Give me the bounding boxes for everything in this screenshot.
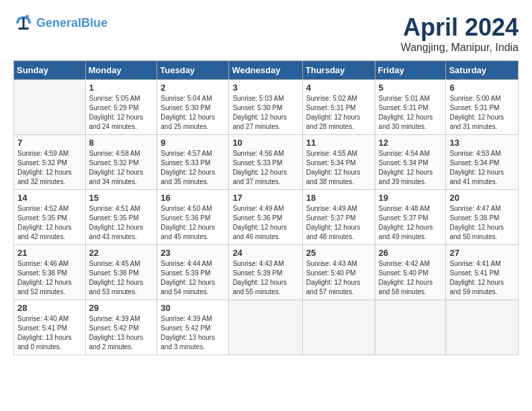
logo-line1: General — [36, 16, 81, 30]
weekday-header-tuesday: Tuesday — [157, 61, 229, 80]
day-number: 11 — [306, 138, 371, 148]
day-number: 8 — [89, 138, 154, 148]
calendar-table: SundayMondayTuesdayWednesdayThursdayFrid… — [13, 60, 519, 355]
calendar-cell — [375, 300, 446, 355]
calendar-cell: 14Sunrise: 4:52 AMSunset: 5:35 PMDayligh… — [14, 190, 86, 245]
calendar-cell: 16Sunrise: 4:50 AMSunset: 5:36 PMDayligh… — [157, 190, 229, 245]
day-info: Sunrise: 4:54 AMSunset: 5:34 PMDaylight:… — [379, 149, 443, 187]
weekday-header-row: SundayMondayTuesdayWednesdayThursdayFrid… — [14, 61, 519, 80]
day-info: Sunrise: 4:47 AMSunset: 5:38 PMDaylight:… — [449, 204, 515, 242]
calendar-cell — [14, 80, 86, 135]
day-number: 28 — [17, 303, 82, 313]
day-info: Sunrise: 4:57 AMSunset: 5:33 PMDaylight:… — [161, 149, 225, 187]
day-info: Sunrise: 4:49 AMSunset: 5:36 PMDaylight:… — [232, 204, 298, 242]
calendar-cell: 24Sunrise: 4:43 AMSunset: 5:39 PMDayligh… — [229, 245, 302, 300]
day-info: Sunrise: 4:44 AMSunset: 5:39 PMDaylight:… — [161, 259, 225, 297]
day-number: 29 — [89, 303, 154, 313]
day-info: Sunrise: 4:56 AMSunset: 5:33 PMDaylight:… — [232, 149, 298, 187]
calendar-cell: 11Sunrise: 4:55 AMSunset: 5:34 PMDayligh… — [302, 135, 375, 190]
weekday-header-friday: Friday — [375, 61, 446, 80]
day-info: Sunrise: 5:01 AMSunset: 5:31 PMDaylight:… — [379, 94, 443, 132]
day-info: Sunrise: 4:52 AMSunset: 5:35 PMDaylight:… — [17, 204, 82, 242]
day-number: 9 — [161, 138, 225, 148]
day-number: 16 — [161, 193, 225, 203]
day-number: 10 — [232, 138, 298, 148]
day-info: Sunrise: 4:39 AMSunset: 5:42 PMDaylight:… — [89, 314, 154, 352]
calendar-week-1: 1Sunrise: 5:05 AMSunset: 5:29 PMDaylight… — [14, 80, 519, 135]
calendar-cell: 28Sunrise: 4:40 AMSunset: 5:41 PMDayligh… — [14, 300, 86, 355]
day-number: 7 — [17, 138, 82, 148]
day-info: Sunrise: 5:04 AMSunset: 5:30 PMDaylight:… — [161, 94, 225, 132]
day-number: 4 — [306, 83, 371, 93]
calendar-cell: 10Sunrise: 4:56 AMSunset: 5:33 PMDayligh… — [229, 135, 302, 190]
day-number: 5 — [379, 83, 443, 93]
calendar-cell: 1Sunrise: 5:05 AMSunset: 5:29 PMDaylight… — [85, 80, 157, 135]
day-number: 14 — [17, 193, 82, 203]
day-number: 6 — [449, 83, 515, 93]
calendar-cell: 7Sunrise: 4:59 AMSunset: 5:32 PMDaylight… — [14, 135, 86, 190]
day-info: Sunrise: 5:02 AMSunset: 5:31 PMDaylight:… — [306, 94, 371, 132]
day-info: Sunrise: 4:49 AMSunset: 5:37 PMDaylight:… — [306, 204, 371, 242]
calendar-cell: 6Sunrise: 5:00 AMSunset: 5:31 PMDaylight… — [446, 80, 519, 135]
calendar-cell: 19Sunrise: 4:48 AMSunset: 5:37 PMDayligh… — [375, 190, 446, 245]
calendar-cell: 18Sunrise: 4:49 AMSunset: 5:37 PMDayligh… — [302, 190, 375, 245]
day-number: 22 — [89, 248, 154, 258]
calendar-week-2: 7Sunrise: 4:59 AMSunset: 5:32 PMDaylight… — [14, 135, 519, 190]
day-number: 25 — [306, 248, 371, 258]
day-info: Sunrise: 4:39 AMSunset: 5:42 PMDaylight:… — [161, 314, 225, 352]
logo: GeneralBlue — [13, 13, 107, 34]
calendar-cell — [229, 300, 302, 355]
day-number: 3 — [232, 83, 298, 93]
calendar-cell: 9Sunrise: 4:57 AMSunset: 5:33 PMDaylight… — [157, 135, 229, 190]
day-number: 1 — [89, 83, 154, 93]
day-info: Sunrise: 4:43 AMSunset: 5:39 PMDaylight:… — [232, 259, 298, 297]
title-area: April 2024 Wangjing, Manipur, India — [400, 13, 519, 54]
page-header: GeneralBlue April 2024 Wangjing, Manipur… — [13, 13, 519, 54]
day-number: 18 — [306, 193, 371, 203]
day-info: Sunrise: 4:58 AMSunset: 5:32 PMDaylight:… — [89, 149, 154, 187]
logo-line2: Blue — [81, 16, 107, 30]
weekday-header-wednesday: Wednesday — [229, 61, 302, 80]
calendar-cell: 13Sunrise: 4:53 AMSunset: 5:34 PMDayligh… — [446, 135, 519, 190]
day-number: 27 — [449, 248, 515, 258]
calendar-cell: 3Sunrise: 5:03 AMSunset: 5:30 PMDaylight… — [229, 80, 302, 135]
day-number: 2 — [161, 83, 225, 93]
day-number: 24 — [232, 248, 298, 258]
logo-icon — [13, 13, 34, 34]
calendar-cell: 4Sunrise: 5:02 AMSunset: 5:31 PMDaylight… — [302, 80, 375, 135]
day-info: Sunrise: 5:00 AMSunset: 5:31 PMDaylight:… — [449, 94, 515, 132]
day-info: Sunrise: 4:45 AMSunset: 5:38 PMDaylight:… — [89, 259, 154, 297]
day-number: 12 — [379, 138, 443, 148]
calendar-cell: 23Sunrise: 4:44 AMSunset: 5:39 PMDayligh… — [157, 245, 229, 300]
day-number: 21 — [17, 248, 82, 258]
calendar-cell: 8Sunrise: 4:58 AMSunset: 5:32 PMDaylight… — [85, 135, 157, 190]
weekday-header-sunday: Sunday — [14, 61, 86, 80]
svg-rect-0 — [19, 28, 29, 30]
day-info: Sunrise: 4:48 AMSunset: 5:37 PMDaylight:… — [379, 204, 443, 242]
calendar-week-3: 14Sunrise: 4:52 AMSunset: 5:35 PMDayligh… — [14, 190, 519, 245]
calendar-cell: 21Sunrise: 4:46 AMSunset: 5:38 PMDayligh… — [14, 245, 86, 300]
day-info: Sunrise: 4:51 AMSunset: 5:35 PMDaylight:… — [89, 204, 154, 242]
calendar-cell: 2Sunrise: 5:04 AMSunset: 5:30 PMDaylight… — [157, 80, 229, 135]
calendar-cell: 22Sunrise: 4:45 AMSunset: 5:38 PMDayligh… — [85, 245, 157, 300]
weekday-header-thursday: Thursday — [302, 61, 375, 80]
day-info: Sunrise: 5:05 AMSunset: 5:29 PMDaylight:… — [89, 94, 154, 132]
day-number: 23 — [161, 248, 225, 258]
calendar-cell: 12Sunrise: 4:54 AMSunset: 5:34 PMDayligh… — [375, 135, 446, 190]
day-number: 30 — [161, 303, 225, 313]
calendar-cell — [302, 300, 375, 355]
day-info: Sunrise: 4:43 AMSunset: 5:40 PMDaylight:… — [306, 259, 371, 297]
day-info: Sunrise: 4:59 AMSunset: 5:32 PMDaylight:… — [17, 149, 82, 187]
day-info: Sunrise: 4:46 AMSunset: 5:38 PMDaylight:… — [17, 259, 82, 297]
day-number: 15 — [89, 193, 154, 203]
day-info: Sunrise: 4:55 AMSunset: 5:34 PMDaylight:… — [306, 149, 371, 187]
day-number: 20 — [449, 193, 515, 203]
calendar-cell: 29Sunrise: 4:39 AMSunset: 5:42 PMDayligh… — [85, 300, 157, 355]
calendar-cell: 5Sunrise: 5:01 AMSunset: 5:31 PMDaylight… — [375, 80, 446, 135]
day-number: 19 — [379, 193, 443, 203]
weekday-header-monday: Monday — [85, 61, 157, 80]
calendar-cell: 26Sunrise: 4:42 AMSunset: 5:40 PMDayligh… — [375, 245, 446, 300]
location: Wangjing, Manipur, India — [400, 42, 519, 54]
day-info: Sunrise: 4:41 AMSunset: 5:41 PMDaylight:… — [449, 259, 515, 297]
day-info: Sunrise: 4:53 AMSunset: 5:34 PMDaylight:… — [449, 149, 515, 187]
